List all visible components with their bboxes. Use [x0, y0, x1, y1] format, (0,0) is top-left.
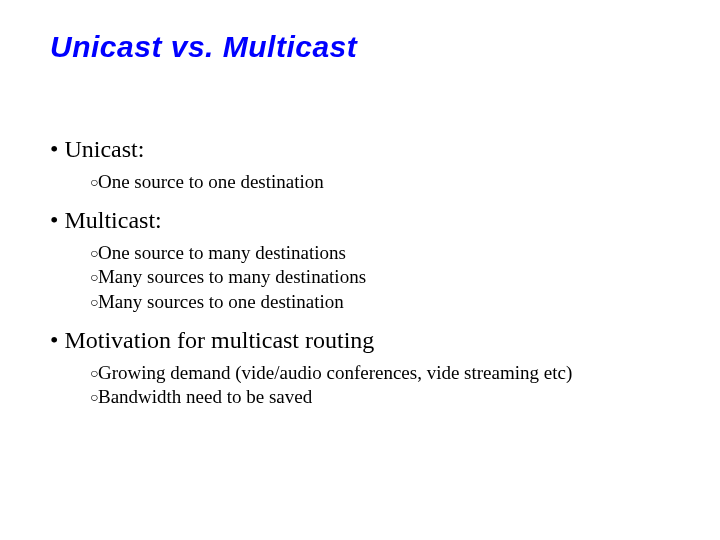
sub-bullet-text: Bandwidth need to be saved	[98, 386, 312, 407]
bullet-text: Multicast:	[64, 207, 161, 233]
sub-bullet-item: One source to one destination	[90, 170, 670, 195]
bullet-item: Motivation for multicast routing Growing…	[50, 325, 670, 410]
bullet-text: Motivation for multicast routing	[64, 327, 374, 353]
sub-bullet-item: Many sources to one destination	[90, 290, 670, 315]
sub-bullet-item: Growing demand (vide/audio conferences, …	[90, 361, 670, 386]
sub-bullet-list: One source to many destinations Many sou…	[50, 241, 670, 315]
sub-bullet-list: One source to one destination	[50, 170, 670, 195]
sub-bullet-item: Many sources to many destinations	[90, 265, 670, 290]
sub-bullet-list: Growing demand (vide/audio conferences, …	[50, 361, 670, 410]
sub-bullet-text: Many sources to many destinations	[98, 266, 366, 287]
bullet-text: Unicast:	[64, 136, 144, 162]
sub-bullet-text: Many sources to one destination	[98, 291, 344, 312]
bullet-list: Unicast: One source to one destination M…	[50, 134, 670, 410]
slide-title: Unicast vs. Multicast	[50, 30, 670, 64]
sub-bullet-text: One source to many destinations	[98, 242, 346, 263]
slide: Unicast vs. Multicast Unicast: One sourc…	[0, 0, 720, 540]
sub-bullet-item: One source to many destinations	[90, 241, 670, 266]
bullet-item: Unicast: One source to one destination	[50, 134, 670, 195]
sub-bullet-item: Bandwidth need to be saved	[90, 385, 670, 410]
sub-bullet-text: Growing demand (vide/audio conferences, …	[98, 362, 572, 383]
sub-bullet-text: One source to one destination	[98, 171, 324, 192]
bullet-item: Multicast: One source to many destinatio…	[50, 205, 670, 315]
